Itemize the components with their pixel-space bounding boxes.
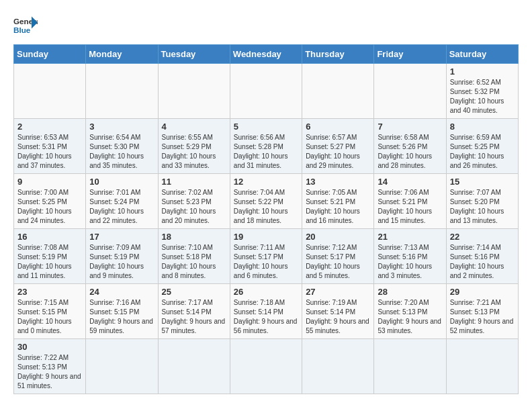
calendar-cell: 10Sunrise: 7:01 AM Sunset: 5:24 PM Dayli… <box>86 174 158 229</box>
day-info: Sunrise: 7:21 AM Sunset: 5:13 PM Dayligh… <box>450 298 515 336</box>
calendar-cell <box>158 339 230 394</box>
calendar-cell: 7Sunrise: 6:58 AM Sunset: 5:26 PM Daylig… <box>374 119 446 174</box>
calendar-cell <box>158 64 230 119</box>
day-header-friday: Friday <box>374 45 446 64</box>
calendar-cell <box>302 64 374 119</box>
calendar-week-row: 30Sunrise: 7:22 AM Sunset: 5:13 PM Dayli… <box>14 339 519 394</box>
day-info: Sunrise: 7:22 AM Sunset: 5:13 PM Dayligh… <box>17 353 82 391</box>
calendar-cell <box>230 64 302 119</box>
day-info: Sunrise: 6:57 AM Sunset: 5:27 PM Dayligh… <box>306 133 370 171</box>
calendar-cell: 21Sunrise: 7:13 AM Sunset: 5:16 PM Dayli… <box>374 229 446 284</box>
day-info: Sunrise: 7:10 AM Sunset: 5:18 PM Dayligh… <box>162 243 226 281</box>
calendar-cell: 4Sunrise: 6:55 AM Sunset: 5:29 PM Daylig… <box>158 119 230 174</box>
day-info: Sunrise: 7:07 AM Sunset: 5:20 PM Dayligh… <box>450 188 515 226</box>
calendar-table: SundayMondayTuesdayWednesdayThursdayFrid… <box>13 44 519 394</box>
calendar-cell: 28Sunrise: 7:20 AM Sunset: 5:13 PM Dayli… <box>374 284 446 339</box>
calendar-cell: 27Sunrise: 7:19 AM Sunset: 5:14 PM Dayli… <box>302 284 374 339</box>
day-info: Sunrise: 7:09 AM Sunset: 5:19 PM Dayligh… <box>89 243 154 281</box>
day-number: 8 <box>450 122 515 132</box>
calendar-cell: 14Sunrise: 7:06 AM Sunset: 5:21 PM Dayli… <box>374 174 446 229</box>
logo: General Blue <box>13 13 38 38</box>
day-number: 26 <box>234 287 298 297</box>
calendar-cell <box>374 64 446 119</box>
day-info: Sunrise: 7:06 AM Sunset: 5:21 PM Dayligh… <box>378 188 442 226</box>
calendar-cell: 5Sunrise: 6:56 AM Sunset: 5:28 PM Daylig… <box>230 119 302 174</box>
calendar-cell: 29Sunrise: 7:21 AM Sunset: 5:13 PM Dayli… <box>446 284 518 339</box>
day-number: 15 <box>450 177 515 187</box>
day-info: Sunrise: 7:16 AM Sunset: 5:15 PM Dayligh… <box>89 298 154 336</box>
day-info: Sunrise: 6:55 AM Sunset: 5:29 PM Dayligh… <box>162 133 226 171</box>
calendar-cell <box>86 339 158 394</box>
calendar-cell <box>446 339 518 394</box>
day-info: Sunrise: 7:00 AM Sunset: 5:25 PM Dayligh… <box>17 188 82 226</box>
day-number: 4 <box>162 122 226 132</box>
day-info: Sunrise: 7:05 AM Sunset: 5:21 PM Dayligh… <box>306 188 370 226</box>
day-number: 11 <box>162 177 226 187</box>
day-info: Sunrise: 7:18 AM Sunset: 5:14 PM Dayligh… <box>234 298 298 336</box>
day-number: 30 <box>17 342 82 352</box>
day-info: Sunrise: 6:52 AM Sunset: 5:32 PM Dayligh… <box>450 78 515 116</box>
day-number: 21 <box>378 232 442 242</box>
calendar-cell <box>230 339 302 394</box>
day-info: Sunrise: 7:17 AM Sunset: 5:14 PM Dayligh… <box>162 298 226 336</box>
day-info: Sunrise: 7:15 AM Sunset: 5:15 PM Dayligh… <box>17 298 82 336</box>
day-number: 22 <box>450 232 515 242</box>
calendar-week-row: 16Sunrise: 7:08 AM Sunset: 5:19 PM Dayli… <box>14 229 519 284</box>
day-info: Sunrise: 7:04 AM Sunset: 5:22 PM Dayligh… <box>234 188 298 226</box>
day-info: Sunrise: 7:13 AM Sunset: 5:16 PM Dayligh… <box>378 243 442 281</box>
day-info: Sunrise: 6:54 AM Sunset: 5:30 PM Dayligh… <box>89 133 154 171</box>
calendar-cell <box>86 64 158 119</box>
day-info: Sunrise: 7:12 AM Sunset: 5:17 PM Dayligh… <box>306 243 370 281</box>
day-number: 10 <box>89 177 154 187</box>
day-number: 14 <box>378 177 442 187</box>
calendar-cell: 1Sunrise: 6:52 AM Sunset: 5:32 PM Daylig… <box>446 64 518 119</box>
calendar-cell: 8Sunrise: 6:59 AM Sunset: 5:25 PM Daylig… <box>446 119 518 174</box>
calendar-cell: 6Sunrise: 6:57 AM Sunset: 5:27 PM Daylig… <box>302 119 374 174</box>
calendar-cell: 13Sunrise: 7:05 AM Sunset: 5:21 PM Dayli… <box>302 174 374 229</box>
logo-icon: General Blue <box>13 13 38 38</box>
day-info: Sunrise: 6:58 AM Sunset: 5:26 PM Dayligh… <box>378 133 442 171</box>
calendar-cell: 9Sunrise: 7:00 AM Sunset: 5:25 PM Daylig… <box>14 174 86 229</box>
svg-text:Blue: Blue <box>13 26 31 34</box>
calendar-cell <box>302 339 374 394</box>
day-info: Sunrise: 6:53 AM Sunset: 5:31 PM Dayligh… <box>17 133 82 171</box>
day-number: 19 <box>234 232 298 242</box>
day-number: 16 <box>17 232 82 242</box>
day-number: 1 <box>450 66 515 77</box>
calendar-cell: 17Sunrise: 7:09 AM Sunset: 5:19 PM Dayli… <box>86 229 158 284</box>
day-number: 18 <box>162 232 226 242</box>
day-number: 12 <box>234 177 298 187</box>
day-info: Sunrise: 7:08 AM Sunset: 5:19 PM Dayligh… <box>17 243 82 281</box>
day-header-saturday: Saturday <box>446 45 518 64</box>
day-number: 25 <box>162 287 226 297</box>
day-info: Sunrise: 6:59 AM Sunset: 5:25 PM Dayligh… <box>450 133 515 171</box>
day-number: 27 <box>306 287 370 297</box>
calendar-cell: 20Sunrise: 7:12 AM Sunset: 5:17 PM Dayli… <box>302 229 374 284</box>
day-info: Sunrise: 7:01 AM Sunset: 5:24 PM Dayligh… <box>89 188 154 226</box>
calendar-cell: 26Sunrise: 7:18 AM Sunset: 5:14 PM Dayli… <box>230 284 302 339</box>
day-number: 3 <box>89 122 154 132</box>
calendar-cell: 19Sunrise: 7:11 AM Sunset: 5:17 PM Dayli… <box>230 229 302 284</box>
day-info: Sunrise: 7:14 AM Sunset: 5:16 PM Dayligh… <box>450 243 515 281</box>
calendar-cell: 3Sunrise: 6:54 AM Sunset: 5:30 PM Daylig… <box>86 119 158 174</box>
day-info: Sunrise: 7:11 AM Sunset: 5:17 PM Dayligh… <box>234 243 298 281</box>
day-number: 28 <box>378 287 442 297</box>
calendar-cell <box>14 64 86 119</box>
page-header: General Blue <box>13 13 519 38</box>
calendar-cell: 15Sunrise: 7:07 AM Sunset: 5:20 PM Dayli… <box>446 174 518 229</box>
day-number: 9 <box>17 177 82 187</box>
calendar-week-row: 2Sunrise: 6:53 AM Sunset: 5:31 PM Daylig… <box>14 119 519 174</box>
day-number: 20 <box>306 232 370 242</box>
day-header-tuesday: Tuesday <box>158 45 230 64</box>
day-info: Sunrise: 7:02 AM Sunset: 5:23 PM Dayligh… <box>162 188 226 226</box>
calendar-cell <box>374 339 446 394</box>
day-number: 6 <box>306 122 370 132</box>
calendar-week-row: 9Sunrise: 7:00 AM Sunset: 5:25 PM Daylig… <box>14 174 519 229</box>
calendar-cell: 16Sunrise: 7:08 AM Sunset: 5:19 PM Dayli… <box>14 229 86 284</box>
calendar-cell: 18Sunrise: 7:10 AM Sunset: 5:18 PM Dayli… <box>158 229 230 284</box>
calendar-cell: 2Sunrise: 6:53 AM Sunset: 5:31 PM Daylig… <box>14 119 86 174</box>
day-number: 7 <box>378 122 442 132</box>
calendar-week-row: 1Sunrise: 6:52 AM Sunset: 5:32 PM Daylig… <box>14 64 519 119</box>
day-header-wednesday: Wednesday <box>230 45 302 64</box>
calendar-cell: 23Sunrise: 7:15 AM Sunset: 5:15 PM Dayli… <box>14 284 86 339</box>
